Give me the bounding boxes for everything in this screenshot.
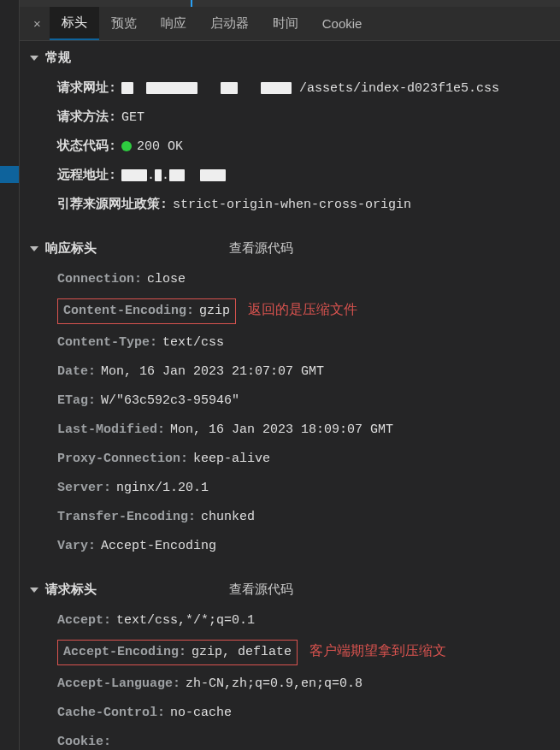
tab-preview[interactable]: 预览 <box>99 8 149 39</box>
general-url-row: 请求网址: /assets/index-d023f1e5.css <box>20 74 560 103</box>
annotation-request: 客户端期望拿到压缩文 <box>309 640 446 662</box>
response-header-row: Connection: close <box>20 265 560 294</box>
request-header-row: Cookie: connect.sid=s%3AUkybgHzIoHQJTQIv… <box>20 728 560 750</box>
general-status-row: 状态代码: 200 OK <box>20 133 560 162</box>
annotation-response: 返回的是压缩文件 <box>248 298 357 321</box>
request-header-row: Accept: text/css,*/*;q=0.1 <box>20 606 560 635</box>
section-response-header[interactable]: 响应标头 查看源代码 <box>20 232 560 265</box>
url-value: /assets/index-d023f1e5.css <box>121 79 499 99</box>
highlight-box-request: Accept-Encoding: gzip, deflate <box>57 640 298 665</box>
status-dot-icon <box>121 141 132 151</box>
section-general-header[interactable]: 常规 <box>20 41 560 74</box>
response-header-row: Content-Type: text/css <box>20 328 560 357</box>
general-referrer-row: 引荐来源网址政策: strict-origin-when-cross-origi… <box>20 191 560 220</box>
request-detail-panel: × 标头 预览 响应 启动器 时间 Cookie 常规 请求网址: /asset… <box>19 0 560 750</box>
section-request-title: 请求标头 <box>45 582 97 598</box>
chevron-down-icon <box>30 246 38 251</box>
section-response-title: 响应标头 <box>45 240 97 257</box>
request-header-row: Accept-Language: zh-CN,zh;q=0.9,en;q=0.8 <box>20 670 560 699</box>
tab-initiator[interactable]: 启动器 <box>198 8 261 39</box>
response-header-row: Server: nginx/1.20.1 <box>20 474 560 503</box>
remote-value: .. <box>121 166 226 186</box>
left-gutter <box>0 0 19 750</box>
tab-cookie[interactable]: Cookie <box>310 9 374 38</box>
tab-bar: × 标头 预览 响应 启动器 时间 Cookie <box>20 7 560 41</box>
url-label: 请求网址: <box>57 79 116 99</box>
chevron-down-icon <box>30 588 38 593</box>
chevron-down-icon <box>30 56 38 61</box>
tab-headers[interactable]: 标头 <box>50 7 99 40</box>
remote-label: 远程地址: <box>57 166 116 186</box>
highlight-box-response: Content-Encoding: gzip <box>57 298 236 324</box>
response-header-row-content-encoding: Content-Encoding: gzip 返回的是压缩文件 <box>20 294 560 328</box>
general-remote-row: 远程地址: .. <box>20 162 560 191</box>
content-scroll[interactable]: 常规 请求网址: /assets/index-d023f1e5.css 请求方法… <box>20 41 560 750</box>
response-header-row: Last-Modified: Mon, 16 Jan 2023 18:09:07… <box>20 416 560 445</box>
response-header-row: ETag: W/"63c592c3-95946" <box>20 387 560 416</box>
tab-timing[interactable]: 时间 <box>261 8 310 39</box>
timeline-strip <box>20 0 560 7</box>
section-request-header[interactable]: 请求标头 查看源代码 <box>20 573 560 606</box>
close-icon[interactable]: × <box>25 16 50 31</box>
status-label: 状态代码: <box>57 137 116 157</box>
response-header-row: Date: Mon, 16 Jan 2023 21:07:07 GMT <box>20 357 560 387</box>
response-header-row: Proxy-Connection: keep-alive <box>20 445 560 474</box>
section-general-title: 常规 <box>45 50 71 66</box>
referrer-label: 引荐来源网址政策: <box>57 195 168 216</box>
response-header-row: Vary: Accept-Encoding <box>20 532 560 561</box>
request-header-row: Cache-Control: no-cache <box>20 699 560 728</box>
method-value: GET <box>121 108 144 128</box>
response-header-row: Transfer-Encoding: chunked <box>20 503 560 532</box>
request-header-row-accept-encoding: Accept-Encoding: gzip, deflate 客户端期望拿到压缩… <box>20 635 560 670</box>
status-value: 200 OK <box>121 137 183 157</box>
general-method-row: 请求方法: GET <box>20 103 560 133</box>
method-label: 请求方法: <box>57 108 116 128</box>
referrer-value: strict-origin-when-cross-origin <box>173 195 411 216</box>
left-accent-marker <box>0 166 19 183</box>
view-source-link-request[interactable]: 查看源代码 <box>229 582 293 598</box>
tab-response[interactable]: 响应 <box>149 8 198 39</box>
view-source-link-response[interactable]: 查看源代码 <box>229 240 293 257</box>
